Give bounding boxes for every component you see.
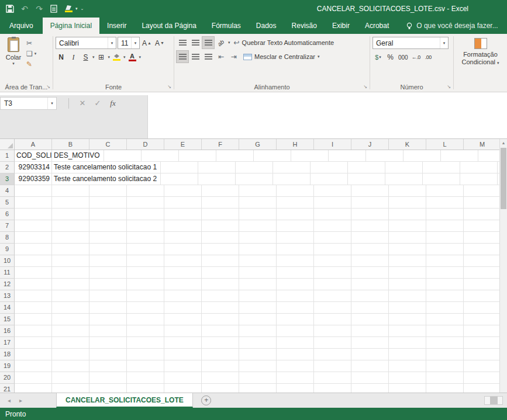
cell-F21[interactable] (202, 384, 239, 393)
cell-G6[interactable] (239, 209, 277, 220)
cell-L7[interactable] (426, 220, 464, 232)
vertical-scrollbar[interactable]: ▲ (499, 139, 507, 393)
cell-K15[interactable] (389, 314, 426, 325)
cell-L20[interactable] (426, 372, 464, 384)
underline-caret-icon[interactable]: ▾ (92, 55, 95, 60)
font-color-button[interactable]: A (127, 51, 138, 63)
cell-J20[interactable] (351, 372, 389, 384)
cell-F13[interactable] (202, 290, 239, 302)
number-dialog-launcher-icon[interactable]: ↘ (447, 85, 451, 89)
increase-font-button[interactable]: A▲ (141, 37, 153, 49)
cell-G8[interactable] (239, 232, 277, 244)
highlight-dropdown-caret-icon[interactable]: ▾ (75, 6, 78, 11)
cell-M15[interactable] (464, 314, 501, 325)
cell-G12[interactable] (239, 279, 277, 290)
row-header-7[interactable]: 7 (0, 220, 15, 232)
cell-J16[interactable] (351, 325, 389, 337)
add-sheet-button[interactable]: + (193, 393, 220, 408)
cell-D5[interactable] (127, 197, 164, 209)
cell-H10[interactable] (277, 255, 314, 267)
cell-A6[interactable] (15, 209, 52, 220)
tab-acrobat[interactable]: Acrobat (357, 18, 396, 34)
cell-E20[interactable] (164, 372, 202, 384)
cell-K13[interactable] (389, 290, 426, 302)
cell-M10[interactable] (464, 255, 501, 267)
cell-L15[interactable] (426, 314, 464, 325)
font-name-combo[interactable]: Calibri ▾ (56, 37, 116, 49)
cell-I21[interactable] (314, 384, 351, 393)
cell-C17[interactable] (89, 337, 127, 349)
cell-M19[interactable] (464, 360, 501, 372)
cell-J14[interactable] (351, 302, 389, 314)
cell-G14[interactable] (239, 302, 277, 314)
cell-B13[interactable] (52, 290, 89, 302)
decrease-decimal-button[interactable]: .00 (423, 51, 434, 63)
cancel-icon[interactable]: ✕ (75, 99, 90, 107)
cell-I7[interactable] (314, 220, 351, 232)
cell-C21[interactable] (89, 384, 127, 393)
cell-E14[interactable] (164, 302, 202, 314)
sheet-tab-active[interactable]: CANCELAR_SOLICITACOES_LOTE (56, 393, 193, 408)
cell-C3[interactable] (161, 173, 198, 185)
vertical-scroll-thumb[interactable] (501, 148, 506, 209)
cell-M18[interactable] (464, 349, 501, 360)
cell-I3[interactable] (385, 173, 423, 185)
qat-customize-caret-icon[interactable]: ⌄ (81, 6, 84, 11)
cell-A16[interactable] (15, 325, 52, 337)
borders-caret-icon[interactable]: ▾ (108, 55, 111, 60)
cell-K3[interactable] (460, 173, 498, 185)
cell-B17[interactable] (52, 337, 89, 349)
tab-exibir[interactable]: Exibir (325, 18, 357, 34)
cell-C1[interactable] (104, 150, 142, 162)
scroll-up-icon[interactable]: ▲ (500, 139, 507, 147)
cell-E19[interactable] (164, 360, 202, 372)
cell-E17[interactable] (164, 337, 202, 349)
name-box-caret-icon[interactable]: ▾ (47, 98, 56, 109)
cell-D15[interactable] (127, 314, 164, 325)
undo-icon[interactable]: ↶ (20, 4, 29, 13)
cell-F7[interactable] (202, 220, 239, 232)
cell-G10[interactable] (239, 255, 277, 267)
cut-button[interactable]: ✂ (26, 39, 36, 48)
cell-K17[interactable] (389, 337, 426, 349)
cell-H11[interactable] (277, 267, 314, 279)
cell-L21[interactable] (426, 384, 464, 393)
merge-center-caret-icon[interactable]: ▾ (318, 54, 320, 59)
cell-G11[interactable] (239, 267, 277, 279)
cell-J17[interactable] (351, 337, 389, 349)
cell-E12[interactable] (164, 279, 202, 290)
cell-M5[interactable] (464, 197, 501, 209)
cell-D14[interactable] (127, 302, 164, 314)
cell-A9[interactable] (15, 244, 52, 255)
cell-B21[interactable] (52, 384, 89, 393)
cell-D18[interactable] (127, 349, 164, 360)
row-header-5[interactable]: 5 (0, 197, 15, 209)
cell-D3[interactable] (198, 173, 236, 185)
cell-I6[interactable] (314, 209, 351, 220)
cell-E7[interactable] (164, 220, 202, 232)
cell-H8[interactable] (277, 232, 314, 244)
alignment-dialog-launcher-icon[interactable]: ↘ (363, 85, 367, 89)
cell-I5[interactable] (314, 197, 351, 209)
cell-A10[interactable] (15, 255, 52, 267)
cell-G18[interactable] (239, 349, 277, 360)
cell-M13[interactable] (464, 290, 501, 302)
align-left-button[interactable] (177, 51, 188, 63)
cell-D7[interactable] (127, 220, 164, 232)
cell-G13[interactable] (239, 290, 277, 302)
cell-E6[interactable] (164, 209, 202, 220)
cell-K12[interactable] (389, 279, 426, 290)
cell-G3[interactable] (311, 173, 348, 185)
cell-G5[interactable] (239, 197, 277, 209)
accounting-format-button[interactable]: $▾ (373, 51, 384, 63)
cell-B7[interactable] (52, 220, 89, 232)
row-header-2[interactable]: 2 (0, 162, 15, 173)
column-header-M[interactable]: M (464, 139, 501, 150)
cell-D6[interactable] (127, 209, 164, 220)
cell-A11[interactable] (15, 267, 52, 279)
decrease-font-button[interactable]: A▼ (154, 37, 165, 49)
copy-caret-icon[interactable]: ▾ (35, 51, 37, 56)
cell-J9[interactable] (351, 244, 389, 255)
cell-D4[interactable] (127, 185, 164, 197)
font-size-caret-icon[interactable]: ▾ (131, 37, 139, 48)
